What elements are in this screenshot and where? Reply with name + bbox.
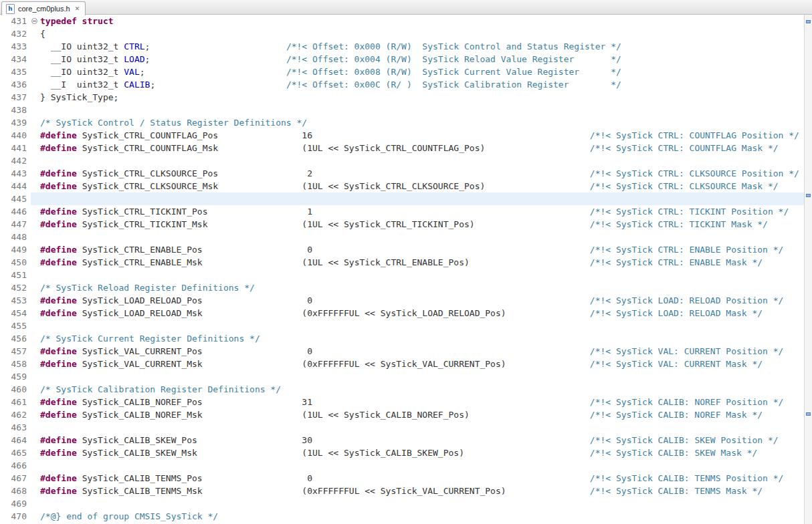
line-number[interactable]: 437 xyxy=(0,91,31,104)
code-text[interactable]: #define SysTick_CTRL_CLKSOURCE_Msk (1UL … xyxy=(40,180,804,192)
line-number[interactable]: 443 xyxy=(0,167,31,180)
code-text[interactable]: #define SysTick_CTRL_COUNTFLAG_Msk (1UL … xyxy=(40,142,804,154)
fold-ruler-cell xyxy=(31,281,40,294)
code-text[interactable]: #define SysTick_LOAD_RELOAD_Msk (0xFFFFF… xyxy=(40,307,804,319)
code-text[interactable]: #define SysTick_CTRL_COUNTFLAG_Pos 16 /*… xyxy=(40,129,804,142)
line-number[interactable]: 450 xyxy=(0,256,31,269)
code-text[interactable]: __IO uint32_t CTRL; /*!< Offset: 0x000 (… xyxy=(40,40,804,53)
line-number[interactable]: 466 xyxy=(0,459,31,472)
line-number[interactable]: 464 xyxy=(0,434,31,446)
code-text[interactable]: #define SysTick_CALIB_SKEW_Msk (1UL << S… xyxy=(40,446,804,459)
code-text[interactable]: typedef struct xyxy=(40,15,804,27)
code-line: 449#define SysTick_CTRL_ENABLE_Pos 0 /*!… xyxy=(0,243,804,256)
code-text[interactable]: } SysTick_Type; xyxy=(40,91,804,104)
code-text[interactable]: #define SysTick_CTRL_TICKINT_Pos 1 /*!< … xyxy=(40,205,804,218)
fold-ruler-cell[interactable] xyxy=(31,15,40,27)
code-text[interactable]: #define SysTick_CALIB_SKEW_Pos 30 /*!< S… xyxy=(40,434,804,446)
fold-ruler-cell xyxy=(31,180,40,192)
code-text[interactable]: #define SysTick_VAL_CURRENT_Pos 0 /*!< S… xyxy=(40,345,804,358)
code-text[interactable]: #define SysTick_CALIB_TENMS_Msk (0xFFFFF… xyxy=(40,485,804,497)
code-text[interactable] xyxy=(40,192,804,205)
line-number[interactable]: 458 xyxy=(0,358,31,370)
code-text[interactable]: { xyxy=(40,27,804,40)
line-number[interactable]: 462 xyxy=(0,408,31,421)
annotation-marker[interactable] xyxy=(806,412,811,416)
line-number[interactable]: 438 xyxy=(0,104,31,116)
code-text[interactable] xyxy=(40,154,804,167)
line-number[interactable]: 465 xyxy=(0,446,31,459)
code-text[interactable]: #define SysTick_CTRL_CLKSOURCE_Pos 2 /*!… xyxy=(40,167,804,180)
line-number[interactable]: 434 xyxy=(0,53,31,66)
line-number[interactable]: 447 xyxy=(0,218,31,231)
code-text[interactable] xyxy=(40,497,804,510)
code-text[interactable]: #define SysTick_CTRL_TICKINT_Msk (1UL <<… xyxy=(40,218,804,231)
code-text[interactable]: #define SysTick_CALIB_NOREF_Pos 31 /*!< … xyxy=(40,396,804,408)
line-number[interactable]: 446 xyxy=(0,205,31,218)
line-number[interactable]: 436 xyxy=(0,78,31,91)
code-line: 441#define SysTick_CTRL_COUNTFLAG_Msk (1… xyxy=(0,142,804,154)
code-text[interactable] xyxy=(40,104,804,116)
code-line: 465#define SysTick_CALIB_SKEW_Msk (1UL <… xyxy=(0,446,804,459)
code-text[interactable]: #define SysTick_CALIB_TENMS_Pos 0 /*!< S… xyxy=(40,472,804,485)
code-text[interactable]: #define SysTick_LOAD_RELOAD_Pos 0 /*!< S… xyxy=(40,294,804,307)
line-number[interactable]: 461 xyxy=(0,396,31,408)
line-number[interactable]: 449 xyxy=(0,243,31,256)
fold-ruler-cell xyxy=(31,205,40,218)
line-number[interactable]: 459 xyxy=(0,370,31,383)
line-number[interactable]: 433 xyxy=(0,40,31,53)
line-number[interactable]: 468 xyxy=(0,485,31,497)
code-text[interactable] xyxy=(40,319,804,332)
fold-ruler-cell xyxy=(31,66,40,78)
line-number[interactable]: 457 xyxy=(0,345,31,358)
line-number[interactable]: 455 xyxy=(0,319,31,332)
line-number[interactable]: 448 xyxy=(0,231,31,243)
line-number[interactable]: 432 xyxy=(0,27,31,40)
code-text[interactable]: #define SysTick_CALIB_NOREF_Msk (1UL << … xyxy=(40,408,804,421)
code-text[interactable] xyxy=(40,269,804,281)
code-text[interactable]: __IO uint32_t LOAD; /*!< Offset: 0x004 (… xyxy=(40,53,804,66)
fold-ruler-cell xyxy=(31,370,40,383)
line-number[interactable]: 460 xyxy=(0,383,31,396)
line-number[interactable]: 452 xyxy=(0,281,31,294)
line-number[interactable]: 440 xyxy=(0,129,31,142)
code-text[interactable] xyxy=(40,370,804,383)
code-text[interactable] xyxy=(40,459,804,472)
line-number[interactable]: 454 xyxy=(0,307,31,319)
code-text[interactable]: /* SysTick Calibration Register Definiti… xyxy=(40,383,804,396)
code-line: 454#define SysTick_LOAD_RELOAD_Msk (0xFF… xyxy=(0,307,804,319)
collapse-icon[interactable] xyxy=(31,18,37,24)
code-line: 461#define SysTick_CALIB_NOREF_Pos 31 /*… xyxy=(0,396,804,408)
code-text[interactable] xyxy=(40,421,804,434)
code-text[interactable]: __I uint32_t CALIB; /*!< Offset: 0x00C (… xyxy=(40,78,804,91)
tab-core-cm0plus-h[interactable]: h core_cm0plus.h ✕ xyxy=(1,1,86,15)
code-line: 467#define SysTick_CALIB_TENMS_Pos 0 /*!… xyxy=(0,472,804,485)
line-number[interactable]: 453 xyxy=(0,294,31,307)
line-number[interactable]: 435 xyxy=(0,66,31,78)
line-number[interactable]: 442 xyxy=(0,154,31,167)
annotation-marker[interactable] xyxy=(806,20,811,23)
code-text[interactable]: #define SysTick_CTRL_ENABLE_Pos 0 /*!< S… xyxy=(40,243,804,256)
line-number[interactable]: 445 xyxy=(0,192,31,205)
line-number[interactable]: 463 xyxy=(0,421,31,434)
close-tab-icon[interactable]: ✕ xyxy=(75,5,80,12)
code-text[interactable]: #define SysTick_CTRL_ENABLE_Msk (1UL << … xyxy=(40,256,804,269)
code-text[interactable]: #define SysTick_VAL_CURRENT_Msk (0xFFFFF… xyxy=(40,358,804,370)
code-text[interactable]: __IO uint32_t VAL; /*!< Offset: 0x008 (R… xyxy=(40,66,804,78)
fold-ruler-cell xyxy=(31,396,40,408)
line-number[interactable]: 469 xyxy=(0,497,31,510)
line-number[interactable]: 470 xyxy=(0,510,31,523)
line-number[interactable]: 451 xyxy=(0,269,31,281)
line-number[interactable]: 456 xyxy=(0,332,31,345)
code-text[interactable]: /* SysTick Control / Status Register Def… xyxy=(40,116,804,129)
line-number[interactable]: 441 xyxy=(0,142,31,154)
overview-ruler[interactable] xyxy=(804,15,812,524)
code-text[interactable]: /* SysTick Reload Register Definitions *… xyxy=(40,281,804,294)
annotation-marker[interactable] xyxy=(806,194,811,197)
code-text[interactable]: /*@} end of group CMSIS_SysTick */ xyxy=(40,510,804,523)
code-text[interactable]: /* SysTick Current Register Definitions … xyxy=(40,332,804,345)
code-text[interactable] xyxy=(40,231,804,243)
line-number[interactable]: 439 xyxy=(0,116,31,129)
line-number[interactable]: 431 xyxy=(0,15,31,27)
line-number[interactable]: 444 xyxy=(0,180,31,192)
line-number[interactable]: 467 xyxy=(0,472,31,485)
